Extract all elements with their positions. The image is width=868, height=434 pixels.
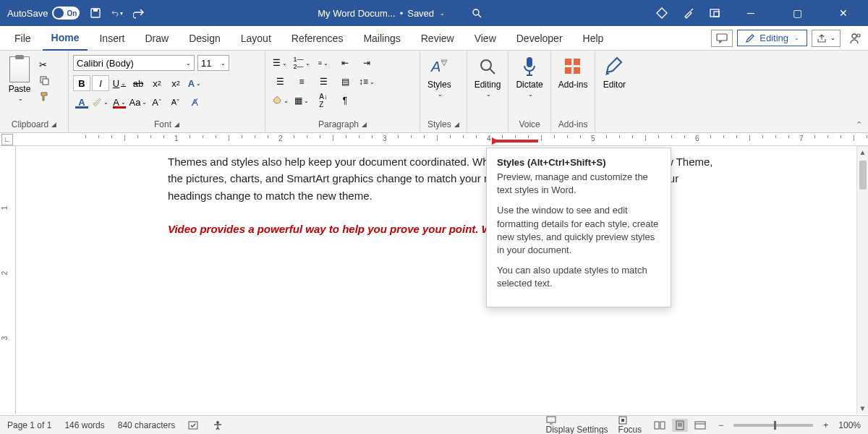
dialog-launcher-icon[interactable]: ◢ bbox=[51, 121, 56, 128]
numbering-button[interactable]: 1—2—⌄ bbox=[292, 55, 312, 71]
zoom-in-button[interactable]: + bbox=[823, 420, 828, 430]
sort-button[interactable]: A↓Z bbox=[313, 93, 333, 109]
subscript-button[interactable]: x2 bbox=[148, 75, 166, 91]
decrease-indent-button[interactable]: ⇤ bbox=[335, 55, 355, 71]
print-layout-icon[interactable] bbox=[672, 419, 688, 432]
scroll-thumb[interactable] bbox=[859, 161, 867, 190]
maximize-button[interactable]: ▢ bbox=[781, 7, 813, 19]
grow-font-button[interactable]: A˄ bbox=[148, 94, 166, 110]
tab-draw[interactable]: Draw bbox=[136, 26, 177, 51]
horizontal-ruler[interactable]: ∟ 1234567 bbox=[0, 133, 868, 146]
zoom-out-button[interactable]: − bbox=[718, 420, 723, 430]
align-right-button[interactable]: ☰ bbox=[313, 74, 333, 90]
share-button[interactable]: ⌄ bbox=[812, 30, 841, 47]
bullets-button[interactable]: ☰⌄ bbox=[270, 55, 290, 71]
increase-indent-button[interactable]: ⇥ bbox=[357, 55, 377, 71]
justify-button[interactable]: ▤ bbox=[335, 74, 355, 90]
scroll-down-icon[interactable]: ▼ bbox=[859, 402, 867, 414]
web-layout-icon[interactable] bbox=[692, 419, 708, 432]
title-bar: AutoSave On ▾ My Word Docum... • Saved ⌄… bbox=[0, 0, 868, 26]
font-size-select[interactable]: 11⌄ bbox=[197, 55, 229, 71]
tab-insert[interactable]: Insert bbox=[90, 26, 133, 51]
vertical-ruler[interactable]: 1 2 3 bbox=[0, 146, 16, 414]
superscript-button[interactable]: x2 bbox=[167, 75, 184, 91]
vertical-scrollbar[interactable]: ▲ ▼ bbox=[856, 146, 868, 414]
styles-button[interactable]: A Styles ⌄ bbox=[427, 54, 451, 118]
styles-dialog-launcher-icon[interactable]: ◢ bbox=[454, 121, 459, 128]
align-left-button[interactable]: ☰ bbox=[270, 74, 290, 90]
close-button[interactable]: ✕ bbox=[827, 7, 859, 19]
person-icon[interactable] bbox=[849, 32, 862, 45]
editing-mode-button[interactable]: Editing ⌄ bbox=[737, 30, 807, 46]
font-color-button[interactable]: A⌄ bbox=[111, 94, 128, 110]
spellcheck-icon[interactable] bbox=[188, 420, 200, 430]
line-spacing-button[interactable]: ↕≡⌄ bbox=[357, 74, 377, 90]
word-count[interactable]: 146 words bbox=[64, 420, 104, 430]
tab-design[interactable]: Design bbox=[180, 26, 229, 51]
change-case-button[interactable]: Aa⌄ bbox=[129, 94, 147, 110]
format-painter-icon[interactable] bbox=[39, 91, 51, 103]
dialog-launcher-icon[interactable]: ◢ bbox=[362, 121, 367, 128]
char-count[interactable]: 840 characters bbox=[118, 420, 175, 430]
shading-button[interactable]: ⌄ bbox=[270, 93, 290, 109]
editor-button[interactable]: Editor bbox=[603, 54, 626, 118]
focus-button[interactable]: Focus bbox=[618, 416, 642, 435]
collapse-ribbon-icon[interactable]: ⌃ bbox=[856, 120, 862, 129]
dialog-launcher-icon[interactable]: ◢ bbox=[174, 121, 179, 128]
tab-home[interactable]: Home bbox=[43, 26, 88, 51]
redo-icon[interactable] bbox=[133, 7, 145, 19]
undo-icon[interactable]: ▾ bbox=[111, 7, 123, 19]
multilevel-button[interactable]: ≡⌄ bbox=[313, 55, 333, 71]
brush-icon[interactable] bbox=[683, 7, 694, 19]
copy-icon[interactable] bbox=[39, 75, 51, 87]
document-canvas[interactable]: Themes and styles also help keep your do… bbox=[16, 146, 856, 414]
text-effects-button[interactable]: A⌄ bbox=[186, 75, 203, 91]
zoom-thumb[interactable] bbox=[774, 421, 776, 430]
zoom-level[interactable]: 100% bbox=[838, 420, 861, 430]
text-fill-button[interactable]: A bbox=[73, 94, 90, 110]
group-editor: Editor bbox=[595, 51, 633, 132]
window-icon[interactable] bbox=[709, 7, 720, 19]
scroll-up-icon[interactable]: ▲ bbox=[859, 146, 867, 158]
show-marks-button[interactable]: ¶ bbox=[335, 93, 355, 109]
autosave-toggle[interactable]: AutoSave On bbox=[7, 7, 80, 20]
read-mode-icon[interactable] bbox=[652, 419, 668, 432]
underline-button[interactable]: U⌄ bbox=[111, 75, 128, 91]
page-indicator[interactable]: Page 1 of 1 bbox=[7, 420, 51, 430]
shrink-font-button[interactable]: A˅ bbox=[167, 94, 184, 110]
display-settings-button[interactable]: Display Settings bbox=[546, 416, 608, 435]
microphone-icon bbox=[518, 55, 541, 78]
font-name-select[interactable]: Calibri (Body)⌄ bbox=[73, 55, 195, 71]
editing-button[interactable]: Editing ⌄ bbox=[475, 54, 501, 118]
toggle-switch[interactable]: On bbox=[52, 7, 80, 20]
paste-button[interactable]: Paste ⌄ bbox=[4, 54, 35, 118]
tab-file[interactable]: File bbox=[6, 26, 40, 51]
tab-developer[interactable]: Developer bbox=[508, 26, 571, 51]
save-icon[interactable] bbox=[90, 7, 101, 19]
borders-button[interactable]: ▦⌄ bbox=[292, 93, 312, 109]
zoom-slider[interactable] bbox=[733, 424, 813, 427]
diamond-icon[interactable] bbox=[655, 7, 668, 20]
clear-format-button[interactable]: A̸ bbox=[186, 94, 203, 110]
cut-icon[interactable]: ✂ bbox=[39, 59, 51, 71]
dictate-button[interactable]: Dictate ⌄ bbox=[516, 54, 542, 118]
tab-view[interactable]: View bbox=[466, 26, 505, 51]
tab-layout[interactable]: Layout bbox=[232, 26, 280, 51]
tab-references[interactable]: References bbox=[283, 26, 352, 51]
chevron-down-icon[interactable]: ⌄ bbox=[440, 10, 445, 17]
tab-review[interactable]: Review bbox=[412, 26, 463, 51]
comments-button[interactable] bbox=[711, 30, 733, 47]
align-center-button[interactable]: ≡ bbox=[292, 74, 312, 90]
minimize-button[interactable]: ─ bbox=[735, 7, 767, 19]
accessibility-icon[interactable] bbox=[213, 420, 223, 430]
search-icon[interactable] bbox=[471, 7, 482, 19]
highlight-button[interactable]: ⌄ bbox=[92, 94, 109, 110]
addins-button[interactable]: Add-ins bbox=[558, 54, 588, 118]
ribbon-body: Paste ⌄ ✂ Clipboard◢ Calibri (Body)⌄ 11⌄… bbox=[0, 51, 868, 133]
tab-help[interactable]: Help bbox=[574, 26, 613, 51]
italic-button[interactable]: I bbox=[92, 75, 109, 91]
bold-button[interactable]: B bbox=[73, 75, 90, 91]
tab-selector[interactable]: ∟ bbox=[1, 134, 13, 145]
strikethrough-button[interactable]: ab bbox=[129, 75, 147, 91]
tab-mailings[interactable]: Mailings bbox=[354, 26, 409, 51]
